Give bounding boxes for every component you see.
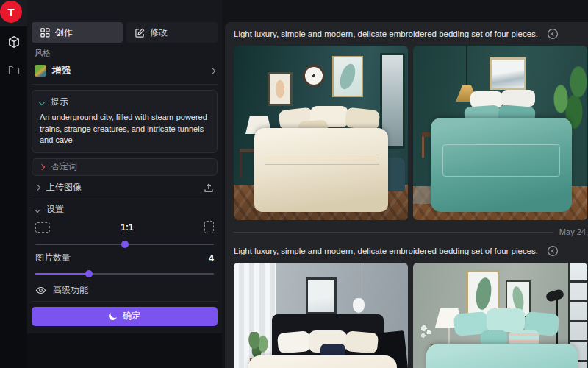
bed-duvet: [248, 355, 397, 368]
control-panel: 创作 修改 风格 增强 提示: [27, 0, 222, 368]
upload-label: 上传图像: [46, 181, 197, 194]
ratio-slider[interactable]: [32, 241, 218, 248]
image-count-label: 图片数量: [35, 252, 71, 264]
style-label: 风格: [32, 48, 218, 59]
image-count-value: 4: [71, 253, 214, 263]
settings-section[interactable]: 设置: [32, 204, 218, 216]
style-selector[interactable]: 增强: [32, 62, 218, 79]
portrait-ratio-icon[interactable]: [204, 221, 214, 233]
generation-title: Light luxury, simple and modern, delicat…: [234, 247, 538, 255]
prompt-text[interactable]: An underground city, filled with steam-p…: [40, 112, 209, 146]
left-rail: T: [0, 0, 27, 368]
negative-label: 否定词: [51, 160, 77, 173]
eye-icon: [35, 286, 46, 295]
tab-modify-label: 修改: [150, 26, 168, 39]
slider-track: [35, 273, 214, 275]
cube-icon[interactable]: [0, 35, 27, 49]
generation-group: Light luxury, simple and modern, delicat…: [234, 244, 588, 368]
upload-section[interactable]: 上传图像: [32, 181, 218, 194]
prompt-section[interactable]: 提示 An underground city, filled with stea…: [32, 90, 218, 153]
pillow: [487, 308, 525, 332]
negative-section[interactable]: 否定词: [32, 158, 218, 176]
style-value: 增强: [52, 65, 204, 77]
pillow: [277, 330, 311, 354]
app-window: T 创作: [0, 0, 588, 368]
circled-back-arrow-icon[interactable]: [547, 28, 559, 40]
generation-date: May 24,: [559, 227, 588, 236]
chevron-down-icon: [35, 207, 40, 213]
generation-title-row: Light luxury, simple and modern, delicat…: [234, 244, 588, 258]
generation-results: [234, 263, 588, 368]
generation-results: [234, 46, 588, 220]
tab-create-label: 创作: [55, 26, 73, 39]
date-divider: May 24,: [234, 227, 588, 236]
picture-frame: [490, 57, 526, 90]
aspect-ratio-row: 1:1: [32, 221, 218, 234]
results-area: Light luxury, simple and modern, delicat…: [222, 0, 588, 368]
tab-modify[interactable]: 修改: [126, 22, 218, 43]
generated-image-3[interactable]: [234, 263, 408, 368]
pillow: [345, 330, 379, 354]
avatar[interactable]: T: [0, 1, 22, 23]
mode-tabs: 创作 修改: [32, 22, 218, 43]
generated-image-1[interactable]: [234, 46, 408, 220]
generation-title: Light luxury, simple and modern, delicat…: [234, 29, 538, 38]
chevron-down-icon: [39, 99, 45, 105]
divider-line: [234, 232, 553, 233]
picture-frame: [268, 72, 293, 106]
tab-create[interactable]: 创作: [32, 22, 123, 43]
settings-label: 设置: [46, 203, 64, 216]
divider: [32, 199, 218, 199]
pillow: [345, 107, 381, 131]
upload-icon: [204, 183, 214, 193]
edit-icon: [135, 28, 145, 38]
chevron-right-icon: [209, 67, 216, 74]
confirm-button[interactable]: 确定: [32, 307, 218, 326]
chevron-right-icon: [35, 185, 40, 191]
pendant-lamp: [353, 298, 365, 313]
divider: [32, 301, 218, 302]
pillow: [501, 90, 535, 107]
image-count-row: 图片数量 4: [32, 253, 218, 263]
slider-track: [35, 244, 214, 245]
circled-back-arrow-icon[interactable]: [547, 245, 559, 257]
prompt-label: 提示: [51, 96, 68, 108]
count-slider[interactable]: [32, 270, 218, 277]
advanced-toggle[interactable]: 高级功能: [32, 285, 218, 297]
pendant-cord: [466, 46, 467, 87]
plant: [245, 332, 270, 358]
picture-frame: [306, 277, 337, 314]
table-lamp-base: [448, 328, 450, 344]
prompt-header: 提示: [40, 96, 209, 108]
generation-title-row: Light luxury, simple and modern, delicat…: [234, 26, 588, 41]
confirm-label: 确定: [123, 310, 141, 322]
embroidery-band: [265, 158, 379, 165]
chevron-right-icon: [39, 164, 45, 170]
ratio-value: 1:1: [50, 222, 204, 233]
embroidery-band: [442, 144, 560, 177]
divider: [32, 84, 218, 85]
pendant-cord: [359, 263, 359, 300]
advanced-label: 高级功能: [53, 284, 88, 297]
flowers: [417, 323, 434, 344]
panel-content: 创作 修改 风格 增强 提示: [27, 0, 222, 333]
bed-duvet: [254, 128, 388, 212]
style-thumbnail: [35, 65, 46, 77]
results-feed: Light luxury, simple and modern, delicat…: [225, 22, 588, 368]
slider-thumb[interactable]: [121, 241, 129, 248]
folder-icon[interactable]: [0, 65, 27, 75]
slider-fill: [35, 273, 89, 275]
generation-group: Light luxury, simple and modern, delicat…: [234, 26, 588, 236]
bed-duvet: [426, 344, 578, 368]
crescent-icon: [107, 311, 118, 322]
wall-clock: [303, 65, 325, 87]
generated-image-4[interactable]: [413, 263, 587, 368]
grid-icon: [40, 28, 50, 38]
slider-thumb[interactable]: [85, 270, 93, 277]
landscape-ratio-icon[interactable]: [35, 222, 50, 233]
generated-image-2[interactable]: [413, 46, 587, 220]
